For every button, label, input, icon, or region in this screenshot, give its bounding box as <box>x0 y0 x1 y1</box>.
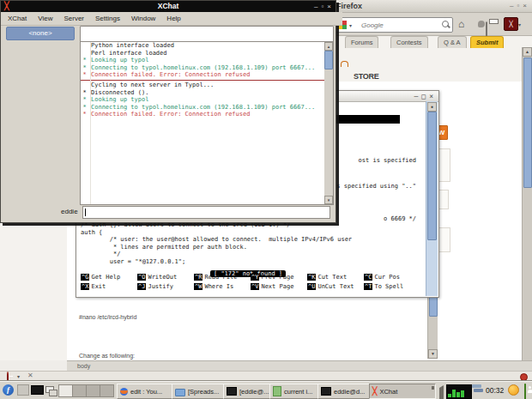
search-input[interactable] <box>360 19 438 31</box>
xchat-titlebar[interactable]: ╳ XChat – ▫ × <box>1 1 336 12</box>
nick-label: eddie <box>61 208 78 215</box>
chat-line: Looking up typol <box>88 57 148 64</box>
task-terminal-2[interactable]: eddie@d... <box>317 384 372 399</box>
unread-separator <box>81 80 325 81</box>
scroll-down-icon[interactable]: ▾ <box>324 196 333 204</box>
page-scrollbar[interactable]: ▲ ▼ <box>522 47 532 371</box>
desktop: Firefox – ▫ × ▾ ⌂ ╳ ▾ <box>0 0 532 399</box>
chat-line: Connection failed. Error: Connection ref… <box>88 71 250 79</box>
terminal-scrollbar-thumb[interactable] <box>427 112 437 240</box>
terminal-text-fragment: s specified using ".." <box>336 183 416 190</box>
firefox-title: Firefox <box>336 2 362 10</box>
maximize-icon[interactable]: ▫ <box>517 2 519 9</box>
chat-line: Cycling to next server in Typol... <box>88 82 214 89</box>
addon-blob-icon[interactable] <box>478 21 485 27</box>
minimize-icon[interactable]: – <box>414 93 419 100</box>
menu-server[interactable]: Server <box>63 15 84 22</box>
scroll-up-icon[interactable]: ▪ <box>427 102 437 112</box>
magnifier-icon[interactable] <box>442 21 449 27</box>
update-notifier-icon[interactable] <box>508 384 519 396</box>
spreadsheet-icon <box>273 386 281 396</box>
menu-settings[interactable]: Settings <box>95 15 120 22</box>
show-desktop-icon[interactable] <box>17 384 29 396</box>
chat-line: Perl interface loaded <box>88 50 167 57</box>
page-scrollbar-thumb[interactable] <box>523 57 532 188</box>
close-icon[interactable]: × <box>429 93 433 100</box>
xchat-icon: ╳ <box>372 387 377 396</box>
menu-help[interactable]: Help <box>166 15 180 22</box>
red-addon-chevron-icon[interactable]: ▾ <box>518 21 521 27</box>
monitor-icon[interactable] <box>31 385 44 395</box>
tab-forums[interactable]: Forums <box>345 36 378 48</box>
close-icon[interactable]: × <box>327 3 331 10</box>
terminal-text-fragment: o 6669 */ <box>384 215 416 222</box>
nano-editor-text: /* auth {}: allow users to connect to th… <box>81 221 352 266</box>
chat-line: Connecting to typol.homelinux.com (192.1… <box>88 64 315 72</box>
scroll-up-icon[interactable]: ▲ <box>523 47 532 57</box>
message-input[interactable] <box>82 206 330 219</box>
code-scrollbar-thumb[interactable] <box>429 297 438 317</box>
red-addon-icon[interactable]: ╳ <box>504 17 518 31</box>
system-monitor-icon[interactable] <box>446 384 472 399</box>
code-scrollbar[interactable]: ▼ <box>427 296 438 359</box>
chat-line: Looking up typol <box>88 96 148 104</box>
tab-qa[interactable]: Q & A <box>438 36 467 48</box>
minimize-icon[interactable]: – <box>314 3 317 10</box>
home-icon[interactable]: ⌂ <box>458 18 464 30</box>
terminal-scrollbar[interactable]: ▪ <box>426 101 438 296</box>
windows-stack-icon[interactable] <box>45 386 54 393</box>
chat-line: Connecting to typol.homelinux.com (192.1… <box>88 104 315 112</box>
scroll-down-icon[interactable]: ▼ <box>428 349 438 359</box>
chat-line: Python interface loaded <box>88 42 174 50</box>
minimize-icon[interactable]: – <box>510 2 513 9</box>
task-spreadsheet[interactable]: current i... <box>269 384 321 399</box>
xchat-window: ╳ XChat – ▫ × XChat View Server Settings… <box>0 0 336 223</box>
terminal-text-fragment: ost is specified <box>359 157 416 164</box>
xchat-menubar: XChat View Server Settings Window Help <box>1 12 342 26</box>
store-label: STORE <box>354 72 378 81</box>
chat-line: Connection failed. Error: Connection ref… <box>88 111 250 118</box>
search-engine-chevron-icon[interactable]: ▾ <box>349 22 352 28</box>
user-switcher-icon[interactable] <box>524 384 526 399</box>
adblock-chevron-icon[interactable]: ▾ <box>17 373 20 379</box>
workspace-pager[interactable] <box>58 384 114 397</box>
channel-tab-none[interactable]: <none> <box>6 27 75 40</box>
tab-contests[interactable]: Contests <box>390 36 428 48</box>
maximize-icon[interactable]: ▫ <box>321 3 323 10</box>
maximize-icon[interactable]: □ <box>421 93 426 100</box>
app-menu-icon[interactable]: f <box>3 384 14 396</box>
chat-line: Disconnected (). <box>88 89 148 97</box>
text-caret <box>85 209 86 216</box>
task-filemanager[interactable]: [Spreads... <box>172 384 227 399</box>
menu-xchat[interactable]: XChat <box>8 15 27 22</box>
scroll-up-icon[interactable]: ▴ <box>324 42 333 51</box>
terminal-icon <box>321 387 331 396</box>
topic-input[interactable] <box>80 26 334 42</box>
nano-shortcuts-row1: ^GGet Help ^OWriteOut ^RRead File ^YPrev… <box>81 274 432 281</box>
chat-scrollbar[interactable]: ▴ ▾ <box>324 41 334 205</box>
addonbar-close-icon[interactable]: ✕ <box>27 372 33 379</box>
taskbar: f edit : You... [Spreads... [eddie@... c… <box>0 380 532 399</box>
folder-icon <box>175 389 185 396</box>
close-icon[interactable]: × <box>523 2 527 9</box>
network-icon[interactable] <box>472 384 483 392</box>
nano-shortcuts-row2: ^XExit ^JJustify ^WWhere Is ^VNext Page … <box>81 283 432 290</box>
task-xchat[interactable]: ╳ XChat <box>369 384 436 399</box>
xchat-title: XChat <box>1 2 336 10</box>
firefox-icon <box>120 388 128 396</box>
search-box[interactable]: ▾ <box>335 17 453 33</box>
chat-message-area[interactable]: Python interface loaded Perl interface l… <box>80 41 326 205</box>
menu-view[interactable]: View <box>38 15 52 22</box>
volume-icon[interactable] <box>439 385 444 399</box>
menu-window[interactable]: Window <box>131 15 155 22</box>
clock: 00:32 <box>486 386 504 395</box>
terminal-icon <box>227 387 237 396</box>
chat-scrollbar-thumb[interactable] <box>324 51 333 70</box>
tab-submit[interactable]: Submit <box>470 36 504 48</box>
task-terminal-1[interactable]: [eddie@... <box>223 384 273 399</box>
task-firefox[interactable]: edit : You... <box>117 384 175 399</box>
